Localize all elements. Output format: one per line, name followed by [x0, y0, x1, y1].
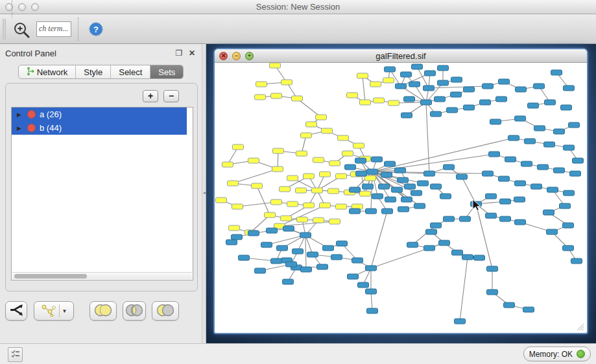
network-window-title: galFiltered.sif [215, 51, 587, 61]
button-divider [59, 304, 60, 317]
venn-difference-button[interactable] [152, 301, 179, 321]
tab-select[interactable]: Select [111, 65, 150, 78]
memory-ok-led-icon [577, 350, 585, 358]
network-window-titlebar[interactable]: ✕ − + galFiltered.sif [215, 49, 587, 63]
network-canvas[interactable] [215, 63, 586, 332]
network-graph[interactable] [215, 63, 586, 332]
toolbar-separator [78, 17, 78, 41]
main-area: Control Panel ❐ ✕ NetworkStyleSelectSets… [0, 44, 596, 343]
window-title: Session: New Session [0, 2, 596, 12]
toolbar-drag-handle[interactable] [3, 19, 6, 40]
tab-label: Select [119, 67, 142, 77]
dropdown-arrow-icon[interactable]: ▼ [62, 308, 67, 314]
control-panel-title: Control Panel [5, 49, 171, 58]
tab-network[interactable]: Network [19, 65, 77, 78]
horizontal-scrollbar[interactable] [12, 272, 192, 279]
zoom-in-icon [12, 21, 30, 39]
create-set-from-network-button[interactable]: ▼ [34, 301, 74, 321]
tab-sets[interactable]: Sets [150, 65, 183, 78]
venn-intersection-icon [125, 303, 144, 319]
venn-union-icon [93, 303, 113, 319]
tab-label: Network [37, 67, 68, 77]
split-set-icon [9, 304, 23, 319]
application-window: Session: New Session 1:1 ? Control Panel… [0, 0, 596, 364]
control-panel: Control Panel ❐ ✕ NetworkStyleSelectSets… [0, 44, 202, 343]
set-label: b (44) [40, 123, 62, 133]
set-label: a (26) [40, 109, 62, 119]
add-set-button[interactable]: + [143, 90, 158, 102]
svg-text:?: ? [93, 25, 99, 34]
sets-action-buttons: ▼ [5, 298, 198, 324]
help-button[interactable]: ? [82, 17, 110, 41]
resize-grip-icon[interactable] [576, 323, 584, 331]
venn-intersection-button[interactable] [123, 301, 146, 321]
tab-label: Style [84, 67, 102, 77]
expander-triangle-icon[interactable]: ▶ [17, 111, 23, 118]
set-color-dot-icon [27, 124, 36, 132]
create-set-from-network-icon [41, 304, 56, 319]
control-panel-tabs: NetworkStyleSelectSets [0, 65, 202, 79]
expander-triangle-icon[interactable]: ▶ [17, 125, 23, 131]
status-bar: Memory: OK [0, 343, 596, 364]
search-field-wrap [36, 21, 71, 37]
network-window[interactable]: ✕ − + galFiltered.sif [215, 49, 587, 333]
task-history-button[interactable] [8, 347, 23, 362]
search-input[interactable] [36, 21, 71, 37]
tab-style[interactable]: Style [76, 65, 111, 78]
control-panel-header: Control Panel ❐ ✕ [0, 44, 202, 62]
network-desktop: ✕ − + galFiltered.sif [206, 44, 596, 343]
splitter-collapse-icon[interactable]: ◂ [203, 190, 206, 196]
help-icon: ? [88, 21, 104, 37]
scrollbar-thumb[interactable] [14, 274, 87, 279]
venn-union-button[interactable] [89, 301, 117, 321]
set-color-dot-icon [27, 110, 36, 119]
tab-label: Sets [158, 67, 175, 77]
panel-splitter[interactable]: ◂ [202, 44, 206, 343]
close-panel-icon[interactable]: ✕ [187, 49, 197, 58]
main-toolbar: 1:1 ? [0, 14, 596, 44]
sets-list[interactable]: ▶a (26)▶b (44) [11, 107, 193, 280]
sets-panel: + − ▶a (26)▶b (44) [5, 83, 198, 291]
venn-difference-icon [156, 303, 175, 319]
memory-status-button[interactable]: Memory: OK [523, 347, 591, 361]
float-panel-icon[interactable]: ❐ [174, 49, 184, 58]
remove-set-button[interactable]: − [163, 90, 179, 102]
memory-status-label: Memory: OK [529, 350, 573, 359]
task-history-icon [11, 349, 20, 360]
set-row[interactable]: ▶a (26) [12, 108, 187, 121]
split-set-button[interactable] [5, 301, 27, 321]
set-row[interactable]: ▶b (44) [12, 121, 187, 135]
zoom-in-button[interactable] [8, 17, 35, 42]
network-tree-icon [27, 67, 34, 78]
toolbar-separator [12, 0, 12, 17]
window-titlebar: Session: New Session [0, 0, 596, 14]
